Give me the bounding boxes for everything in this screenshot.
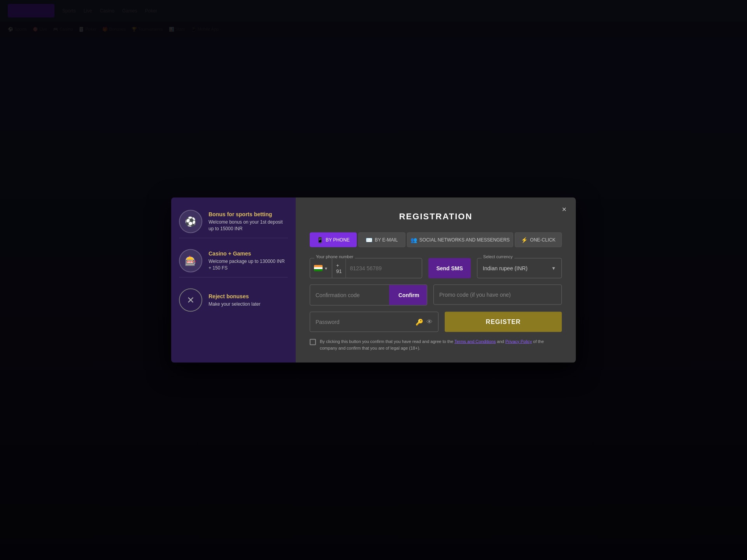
register-button[interactable]: REGISTER <box>445 312 562 332</box>
promo-code-input[interactable] <box>439 292 556 298</box>
reject-bonus-title: Reject bonuses <box>209 293 260 299</box>
password-register-row: 🔑 👁 REGISTER <box>310 312 562 332</box>
phone-currency-row: Your phone number ▼ + 91 Send SMS Select… <box>310 258 562 278</box>
modal-title: REGISTRATION <box>310 212 562 222</box>
eye-icon[interactable]: 👁 <box>426 318 433 326</box>
casino-bonus-item[interactable]: 🎰 Casino + Games Welcome package up to 1… <box>179 245 288 278</box>
social-tab-label: SOCIAL NETWORKS AND MESSENGERS <box>419 237 510 243</box>
casino-bonus-title: Casino + Games <box>209 250 288 257</box>
currency-label: Select currency <box>482 254 514 259</box>
sports-bonus-desc: Welcome bonus on your 1st deposit up to … <box>209 219 288 232</box>
email-tab-icon: ✉️ <box>366 237 372 243</box>
registration-tabs: 📱 BY PHONE ✉️ BY E-MAIL 👥 SOCIAL NETWORK… <box>310 233 562 247</box>
terms-text: By clicking this button you confirm that… <box>320 338 562 351</box>
sports-bonus-title: Bonus for sports betting <box>209 211 288 217</box>
phone-tab-icon: 📱 <box>317 237 323 243</box>
terms-row: By clicking this button you confirm that… <box>310 338 562 351</box>
confirm-button[interactable]: Confirm <box>389 285 427 305</box>
registration-form-panel: × REGISTRATION 📱 BY PHONE ✉️ BY E-MAIL 👥… <box>296 198 576 363</box>
promo-code-group[interactable] <box>433 285 562 305</box>
social-tab-icon: 👥 <box>410 237 417 243</box>
send-sms-button[interactable]: Send SMS <box>428 258 470 278</box>
confirmation-code-input[interactable] <box>310 285 389 305</box>
phone-input-wrapper: ▼ + 91 <box>310 258 422 278</box>
reject-bonus-text: Reject bonuses Make your selection later <box>209 293 260 307</box>
key-icon: 🔑 <box>416 318 423 326</box>
currency-group: Select currency Indian rupee (INR) USD E… <box>477 258 562 278</box>
reject-icon: ✕ <box>179 289 202 312</box>
casino-bonus-desc: Welcome package up to 130000 INR + 150 F… <box>209 258 288 271</box>
oneclick-tab-label: ONE-CLICK <box>530 237 555 243</box>
tab-social[interactable]: 👥 SOCIAL NETWORKS AND MESSENGERS <box>407 233 513 247</box>
sports-bonus-item[interactable]: ⚽ Bonus for sports betting Welcome bonus… <box>179 205 288 238</box>
currency-select-wrapper: Indian rupee (INR) USD EUR ▼ <box>477 258 562 278</box>
privacy-policy-link[interactable]: Privacy Policy <box>505 339 532 344</box>
sports-bonus-icon: ⚽ <box>179 210 202 233</box>
country-selector[interactable]: ▼ <box>310 259 332 278</box>
tab-oneclick[interactable]: ⚡ ONE-CLICK <box>515 233 562 247</box>
country-code: + 91 <box>332 259 346 278</box>
country-flag <box>314 265 323 271</box>
confirmation-promo-row: Confirm <box>310 285 562 306</box>
casino-bonus-icon: 🎰 <box>179 249 202 273</box>
oneclick-tab-icon: ⚡ <box>521 237 528 243</box>
password-group: 🔑 👁 <box>310 312 438 332</box>
terms-conditions-link[interactable]: Terms and Conditions <box>454 339 496 344</box>
password-icons: 🔑 👁 <box>416 318 433 326</box>
tab-by-phone[interactable]: 📱 BY PHONE <box>310 233 357 247</box>
email-tab-label: BY E-MAIL <box>375 237 398 243</box>
tab-by-email[interactable]: ✉️ BY E-MAIL <box>358 233 405 247</box>
phone-label: Your phone number <box>314 254 355 259</box>
registration-modal: ⚽ Bonus for sports betting Welcome bonus… <box>171 198 576 363</box>
chevron-down-icon: ▼ <box>324 266 328 270</box>
currency-select[interactable]: Indian rupee (INR) USD EUR <box>477 259 561 278</box>
confirmation-code-group: Confirm <box>310 285 427 306</box>
reject-bonus-item[interactable]: ✕ Reject bonuses Make your selection lat… <box>179 284 288 317</box>
bonus-panel: ⚽ Bonus for sports betting Welcome bonus… <box>171 198 296 363</box>
phone-number-group: Your phone number ▼ + 91 <box>310 258 422 278</box>
password-input[interactable] <box>316 319 416 325</box>
phone-tab-label: BY PHONE <box>326 237 350 243</box>
sports-bonus-text: Bonus for sports betting Welcome bonus o… <box>209 211 288 232</box>
reject-bonus-desc: Make your selection later <box>209 301 260 307</box>
casino-bonus-text: Casino + Games Welcome package up to 130… <box>209 250 288 271</box>
phone-input[interactable] <box>346 259 422 278</box>
close-button[interactable]: × <box>559 204 570 215</box>
terms-checkbox[interactable] <box>310 339 316 345</box>
